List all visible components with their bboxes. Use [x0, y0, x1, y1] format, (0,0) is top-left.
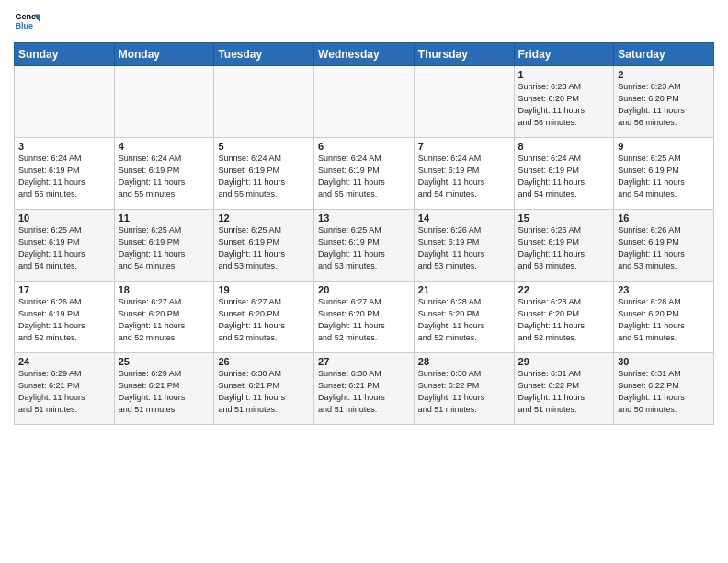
day-info: Sunrise: 6:25 AM Sunset: 6:19 PM Dayligh…: [119, 224, 210, 272]
day-number: 24: [18, 356, 110, 367]
calendar-cell: 21Sunrise: 6:28 AM Sunset: 6:20 PM Dayli…: [414, 282, 514, 353]
day-info: Sunrise: 6:25 AM Sunset: 6:19 PM Dayligh…: [218, 224, 310, 272]
day-number: 8: [518, 141, 610, 152]
logo: General Blue: [14, 9, 40, 35]
day-number: 22: [518, 284, 610, 295]
day-info: Sunrise: 6:27 AM Sunset: 6:20 PM Dayligh…: [218, 296, 310, 344]
day-info: Sunrise: 6:23 AM Sunset: 6:20 PM Dayligh…: [618, 81, 710, 129]
day-number: 30: [618, 356, 710, 367]
calendar-cell: 29Sunrise: 6:31 AM Sunset: 6:22 PM Dayli…: [514, 353, 614, 425]
week-row-1: 1Sunrise: 6:23 AM Sunset: 6:20 PM Daylig…: [15, 66, 714, 138]
calendar-cell: 8Sunrise: 6:24 AM Sunset: 6:19 PM Daylig…: [514, 138, 614, 210]
weekday-header-monday: Monday: [114, 43, 214, 66]
calendar-cell: [214, 66, 314, 138]
weekday-header-sunday: Sunday: [15, 43, 115, 66]
day-number: 12: [218, 213, 310, 224]
day-info: Sunrise: 6:25 AM Sunset: 6:19 PM Dayligh…: [18, 224, 110, 272]
calendar-cell: 9Sunrise: 6:25 AM Sunset: 6:19 PM Daylig…: [614, 138, 714, 210]
day-number: 21: [418, 284, 510, 295]
day-number: 3: [18, 141, 110, 152]
calendar-cell: [414, 66, 514, 138]
day-number: 20: [318, 284, 410, 295]
day-info: Sunrise: 6:26 AM Sunset: 6:19 PM Dayligh…: [518, 224, 610, 272]
day-number: 1: [518, 69, 610, 80]
calendar-cell: 2Sunrise: 6:23 AM Sunset: 6:20 PM Daylig…: [614, 66, 714, 138]
day-info: Sunrise: 6:26 AM Sunset: 6:19 PM Dayligh…: [18, 296, 110, 344]
calendar-cell: 3Sunrise: 6:24 AM Sunset: 6:19 PM Daylig…: [15, 138, 115, 210]
calendar-cell: 25Sunrise: 6:29 AM Sunset: 6:21 PM Dayli…: [114, 353, 214, 425]
header: General Blue: [14, 9, 714, 35]
day-info: Sunrise: 6:27 AM Sunset: 6:20 PM Dayligh…: [318, 296, 410, 344]
day-info: Sunrise: 6:25 AM Sunset: 6:19 PM Dayligh…: [618, 153, 710, 201]
day-info: Sunrise: 6:27 AM Sunset: 6:20 PM Dayligh…: [119, 296, 210, 344]
day-number: 6: [318, 141, 410, 152]
day-info: Sunrise: 6:24 AM Sunset: 6:19 PM Dayligh…: [518, 153, 610, 201]
calendar-cell: 17Sunrise: 6:26 AM Sunset: 6:19 PM Dayli…: [15, 282, 115, 353]
calendar-cell: 19Sunrise: 6:27 AM Sunset: 6:20 PM Dayli…: [214, 282, 314, 353]
calendar-cell: 30Sunrise: 6:31 AM Sunset: 6:22 PM Dayli…: [614, 353, 714, 425]
day-info: Sunrise: 6:28 AM Sunset: 6:20 PM Dayligh…: [518, 296, 610, 344]
calendar-cell: 4Sunrise: 6:24 AM Sunset: 6:19 PM Daylig…: [114, 138, 214, 210]
day-info: Sunrise: 6:30 AM Sunset: 6:22 PM Dayligh…: [418, 368, 510, 416]
day-info: Sunrise: 6:28 AM Sunset: 6:20 PM Dayligh…: [618, 296, 710, 344]
day-info: Sunrise: 6:26 AM Sunset: 6:19 PM Dayligh…: [618, 224, 710, 272]
day-number: 5: [218, 141, 310, 152]
calendar-cell: [114, 66, 214, 138]
weekday-header-thursday: Thursday: [414, 43, 514, 66]
calendar-cell: 10Sunrise: 6:25 AM Sunset: 6:19 PM Dayli…: [15, 210, 115, 282]
page: General Blue SundayMondayTuesdayWednesda…: [0, 0, 728, 563]
day-number: 18: [119, 284, 210, 295]
calendar-cell: [15, 66, 115, 138]
calendar-table: SundayMondayTuesdayWednesdayThursdayFrid…: [14, 42, 714, 425]
day-info: Sunrise: 6:28 AM Sunset: 6:20 PM Dayligh…: [418, 296, 510, 344]
calendar-cell: 18Sunrise: 6:27 AM Sunset: 6:20 PM Dayli…: [114, 282, 214, 353]
calendar-cell: 6Sunrise: 6:24 AM Sunset: 6:19 PM Daylig…: [314, 138, 415, 210]
day-info: Sunrise: 6:26 AM Sunset: 6:19 PM Dayligh…: [418, 224, 510, 272]
calendar-cell: 11Sunrise: 6:25 AM Sunset: 6:19 PM Dayli…: [114, 210, 214, 282]
day-info: Sunrise: 6:24 AM Sunset: 6:19 PM Dayligh…: [218, 153, 310, 201]
svg-text:General: General: [15, 12, 40, 21]
day-number: 27: [318, 356, 410, 367]
day-number: 7: [418, 141, 510, 152]
weekday-header-friday: Friday: [514, 43, 614, 66]
calendar-cell: 15Sunrise: 6:26 AM Sunset: 6:19 PM Dayli…: [514, 210, 614, 282]
day-number: 25: [119, 356, 210, 367]
calendar-cell: 22Sunrise: 6:28 AM Sunset: 6:20 PM Dayli…: [514, 282, 614, 353]
day-number: 14: [418, 213, 510, 224]
day-info: Sunrise: 6:29 AM Sunset: 6:21 PM Dayligh…: [18, 368, 110, 416]
day-number: 17: [18, 284, 110, 295]
day-number: 16: [618, 213, 710, 224]
day-info: Sunrise: 6:24 AM Sunset: 6:19 PM Dayligh…: [119, 153, 210, 201]
day-number: 23: [618, 284, 710, 295]
day-info: Sunrise: 6:23 AM Sunset: 6:20 PM Dayligh…: [518, 81, 610, 129]
day-info: Sunrise: 6:30 AM Sunset: 6:21 PM Dayligh…: [218, 368, 310, 416]
calendar-cell: 14Sunrise: 6:26 AM Sunset: 6:19 PM Dayli…: [414, 210, 514, 282]
day-info: Sunrise: 6:31 AM Sunset: 6:22 PM Dayligh…: [618, 368, 710, 416]
calendar-cell: 28Sunrise: 6:30 AM Sunset: 6:22 PM Dayli…: [414, 353, 514, 425]
day-info: Sunrise: 6:29 AM Sunset: 6:21 PM Dayligh…: [119, 368, 210, 416]
day-number: 9: [618, 141, 710, 152]
calendar-cell: 1Sunrise: 6:23 AM Sunset: 6:20 PM Daylig…: [514, 66, 614, 138]
calendar-cell: 24Sunrise: 6:29 AM Sunset: 6:21 PM Dayli…: [15, 353, 115, 425]
weekday-header-row: SundayMondayTuesdayWednesdayThursdayFrid…: [15, 43, 714, 66]
calendar-cell: 27Sunrise: 6:30 AM Sunset: 6:21 PM Dayli…: [314, 353, 415, 425]
day-number: 11: [119, 213, 210, 224]
day-number: 10: [18, 213, 110, 224]
calendar-cell: 26Sunrise: 6:30 AM Sunset: 6:21 PM Dayli…: [214, 353, 314, 425]
week-row-5: 24Sunrise: 6:29 AM Sunset: 6:21 PM Dayli…: [15, 353, 714, 425]
calendar-cell: 20Sunrise: 6:27 AM Sunset: 6:20 PM Dayli…: [314, 282, 415, 353]
logo-icon: General Blue: [14, 9, 40, 35]
calendar-cell: 16Sunrise: 6:26 AM Sunset: 6:19 PM Dayli…: [614, 210, 714, 282]
weekday-header-tuesday: Tuesday: [214, 43, 314, 66]
day-number: 29: [518, 356, 610, 367]
day-info: Sunrise: 6:30 AM Sunset: 6:21 PM Dayligh…: [318, 368, 410, 416]
day-info: Sunrise: 6:25 AM Sunset: 6:19 PM Dayligh…: [318, 224, 410, 272]
week-row-4: 17Sunrise: 6:26 AM Sunset: 6:19 PM Dayli…: [15, 282, 714, 353]
day-number: 19: [218, 284, 310, 295]
calendar-cell: 23Sunrise: 6:28 AM Sunset: 6:20 PM Dayli…: [614, 282, 714, 353]
day-info: Sunrise: 6:24 AM Sunset: 6:19 PM Dayligh…: [318, 153, 410, 201]
calendar-cell: 12Sunrise: 6:25 AM Sunset: 6:19 PM Dayli…: [214, 210, 314, 282]
calendar-cell: 7Sunrise: 6:24 AM Sunset: 6:19 PM Daylig…: [414, 138, 514, 210]
calendar-cell: [314, 66, 415, 138]
week-row-3: 10Sunrise: 6:25 AM Sunset: 6:19 PM Dayli…: [15, 210, 714, 282]
